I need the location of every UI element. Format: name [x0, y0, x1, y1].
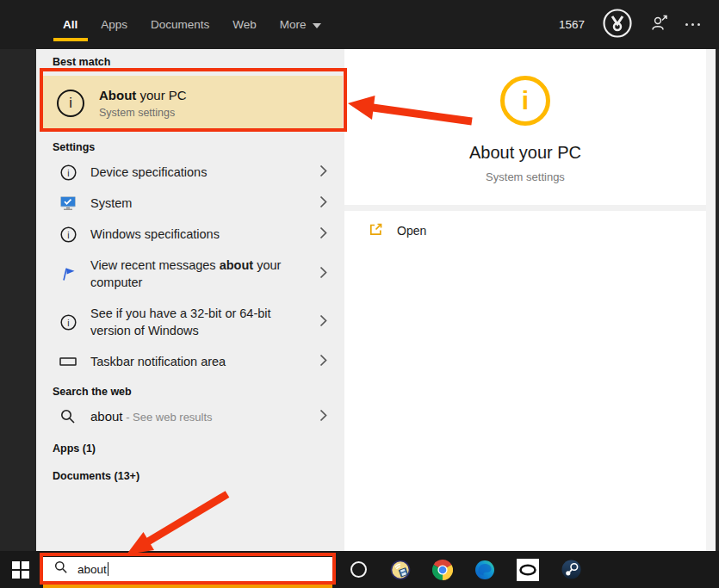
svg-text:i: i — [67, 167, 69, 177]
chevron-right-icon — [319, 195, 327, 212]
chevron-right-icon — [319, 354, 327, 370]
info-circle-icon: i — [500, 76, 550, 126]
best-match-result[interactable]: i About your PC System settings — [43, 76, 343, 131]
chrome-icon[interactable] — [432, 560, 453, 580]
search-filter-bar: All Apps Documents Web More 1567 — [0, 0, 719, 49]
best-match-title-rest: your PC — [136, 88, 186, 102]
filter-tabs: All Apps Documents Web More — [63, 18, 321, 31]
taskbar-area-icon — [59, 354, 77, 369]
web-separator: - — [123, 411, 133, 424]
search-icon — [54, 560, 68, 578]
open-label: Open — [397, 224, 426, 238]
chevron-right-icon — [319, 164, 327, 181]
result-label: Device specifications — [90, 164, 207, 181]
result-windows-specifications[interactable]: i Windows specifications — [36, 219, 344, 250]
tab-more[interactable]: More — [280, 18, 321, 31]
windows-start-icon — [12, 561, 29, 579]
web-hint: See web results — [133, 411, 213, 424]
svg-text:i: i — [67, 317, 69, 327]
media-app-icon[interactable] — [390, 560, 411, 580]
chevron-right-icon — [319, 314, 327, 331]
chevron-right-icon — [319, 409, 327, 425]
apps-header[interactable]: Apps (1) — [36, 439, 344, 458]
result-label: Taskbar notification area — [90, 353, 226, 370]
rewards-points: 1567 — [559, 18, 585, 31]
oculus-icon[interactable] — [517, 559, 539, 581]
label-prefix: View recent messages — [90, 258, 220, 272]
system-monitor-icon — [59, 195, 77, 211]
settings-header: Settings — [36, 138, 344, 157]
edge-icon[interactable] — [474, 560, 495, 580]
chevron-right-icon — [319, 226, 327, 243]
label-bold: about — [220, 258, 253, 272]
tab-apps[interactable]: Apps — [101, 18, 127, 31]
scrollbar-track[interactable] — [706, 49, 716, 551]
result-label: Windows specifications — [90, 226, 220, 243]
search-icon — [59, 409, 77, 424]
best-match-title: About your PC — [99, 88, 187, 102]
taskbar: about — [0, 551, 719, 588]
info-icon: i — [59, 164, 77, 181]
open-external-icon — [369, 222, 383, 240]
result-taskbar-notification-area[interactable]: Taskbar notification area — [36, 346, 344, 377]
windows-search-flyout: All Apps Documents Web More 1567 — [0, 0, 719, 588]
tab-all[interactable]: All — [63, 18, 77, 31]
chevron-down-icon — [313, 23, 321, 28]
open-action[interactable]: Open — [344, 211, 706, 251]
flag-icon — [59, 265, 77, 282]
text-cursor — [108, 562, 108, 576]
steam-icon[interactable] — [561, 560, 581, 580]
preview-subtitle: System settings — [344, 170, 706, 183]
best-match-header: Best match — [36, 53, 344, 71]
search-input-value: about — [77, 563, 107, 576]
result-device-specifications[interactable]: i Device specifications — [36, 157, 344, 188]
result-label: System — [90, 195, 132, 212]
chevron-right-icon — [319, 266, 327, 282]
tab-documents[interactable]: Documents — [151, 18, 209, 31]
documents-header[interactable]: Documents (13+) — [36, 467, 344, 486]
tab-web[interactable]: Web — [232, 18, 257, 31]
info-icon: i — [59, 226, 77, 243]
active-tab-underline — [53, 38, 88, 41]
ellipsis-icon[interactable] — [685, 23, 700, 26]
account-icon[interactable] — [650, 15, 668, 35]
best-match-subtitle: System settings — [99, 107, 187, 119]
svg-text:i: i — [67, 229, 69, 239]
taskbar-search-input[interactable]: about — [43, 557, 332, 581]
result-system[interactable]: System — [36, 188, 344, 219]
result-label: about - See web results — [90, 408, 213, 426]
result-web-search[interactable]: about - See web results — [36, 401, 344, 432]
preview-title: About your PC — [344, 143, 706, 163]
best-match-title-bold: About — [99, 88, 136, 102]
preview-hero: i About your PC System settings — [344, 49, 706, 205]
info-icon: i — [57, 90, 84, 117]
result-32bit-64bit[interactable]: i See if you have a 32-bit or 64-bit ver… — [36, 298, 344, 346]
search-the-web-header: Search the web — [36, 382, 344, 401]
cortana-ring-icon[interactable] — [348, 560, 369, 580]
info-icon: i — [59, 314, 77, 331]
result-label: See if you have a 32-bit or 64-bit versi… — [90, 305, 306, 339]
search-box-accent-underline — [43, 585, 332, 588]
start-button[interactable] — [0, 551, 41, 588]
preview-divider — [344, 205, 706, 211]
web-query: about — [90, 409, 123, 424]
search-results-panel: Best match i About your PC System settin… — [36, 49, 344, 551]
rewards-medal-icon[interactable] — [602, 8, 633, 42]
result-view-recent-messages[interactable]: View recent messages about your computer — [36, 250, 344, 298]
result-label: View recent messages about your computer — [90, 257, 306, 291]
tab-more-label: More — [280, 18, 307, 31]
preview-panel: i About your PC System settings Open — [344, 49, 706, 551]
